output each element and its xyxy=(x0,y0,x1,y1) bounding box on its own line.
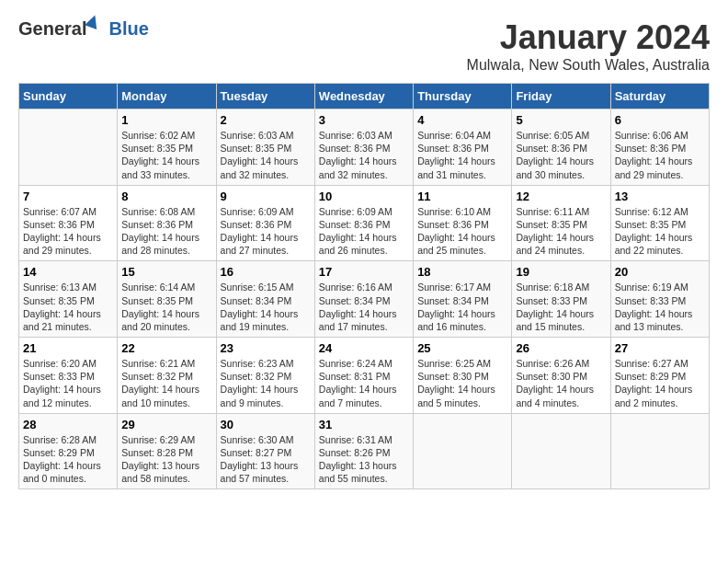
calendar-cell: 21Sunrise: 6:20 AM Sunset: 8:33 PM Dayli… xyxy=(19,338,118,414)
calendar-title: January 2024 xyxy=(467,18,710,57)
calendar-week-row: 7Sunrise: 6:07 AM Sunset: 8:36 PM Daylig… xyxy=(19,185,710,261)
logo-general: General xyxy=(18,18,86,40)
day-info: Sunrise: 6:14 AM Sunset: 8:35 PM Dayligh… xyxy=(121,281,211,333)
day-info: Sunrise: 6:19 AM Sunset: 8:33 PM Dayligh… xyxy=(615,281,705,333)
logo-blue: Blue xyxy=(108,18,148,39)
calendar-cell: 8Sunrise: 6:08 AM Sunset: 8:36 PM Daylig… xyxy=(118,185,216,261)
calendar-cell: 3Sunrise: 6:03 AM Sunset: 8:36 PM Daylig… xyxy=(314,109,413,186)
day-number: 2 xyxy=(221,113,311,127)
day-info: Sunrise: 6:02 AM Sunset: 8:35 PM Dayligh… xyxy=(121,129,211,181)
day-info: Sunrise: 6:03 AM Sunset: 8:36 PM Dayligh… xyxy=(319,129,409,181)
day-number: 23 xyxy=(221,341,311,355)
calendar-cell: 23Sunrise: 6:23 AM Sunset: 8:32 PM Dayli… xyxy=(216,338,314,414)
col-tuesday: Tuesday xyxy=(216,84,314,109)
day-info: Sunrise: 6:27 AM Sunset: 8:29 PM Dayligh… xyxy=(615,357,705,409)
calendar-cell: 22Sunrise: 6:21 AM Sunset: 8:32 PM Dayli… xyxy=(118,338,216,414)
day-info: Sunrise: 6:24 AM Sunset: 8:31 PM Dayligh… xyxy=(319,357,409,409)
calendar-cell: 30Sunrise: 6:30 AM Sunset: 8:27 PM Dayli… xyxy=(216,413,314,489)
calendar-cell xyxy=(610,413,709,489)
calendar-cell: 11Sunrise: 6:10 AM Sunset: 8:36 PM Dayli… xyxy=(414,185,512,261)
day-info: Sunrise: 6:29 AM Sunset: 8:28 PM Dayligh… xyxy=(121,433,211,486)
day-info: Sunrise: 6:17 AM Sunset: 8:34 PM Dayligh… xyxy=(417,281,507,333)
day-number: 15 xyxy=(121,265,211,279)
logo-triangle-icon xyxy=(85,13,102,29)
day-info: Sunrise: 6:05 AM Sunset: 8:36 PM Dayligh… xyxy=(516,129,606,181)
col-thursday: Thursday xyxy=(414,84,512,109)
day-number: 24 xyxy=(319,341,409,355)
title-block: January 2024 Mulwala, New South Wales, A… xyxy=(467,18,710,74)
calendar-cell: 10Sunrise: 6:09 AM Sunset: 8:36 PM Dayli… xyxy=(314,185,413,261)
calendar-week-row: 28Sunrise: 6:28 AM Sunset: 8:29 PM Dayli… xyxy=(19,413,710,489)
calendar-cell: 20Sunrise: 6:19 AM Sunset: 8:33 PM Dayli… xyxy=(610,261,709,338)
day-number: 22 xyxy=(121,341,211,355)
calendar-cell: 28Sunrise: 6:28 AM Sunset: 8:29 PM Dayli… xyxy=(19,413,118,489)
day-number: 8 xyxy=(121,190,211,203)
day-info: Sunrise: 6:30 AM Sunset: 8:27 PM Dayligh… xyxy=(221,433,311,486)
calendar-cell: 12Sunrise: 6:11 AM Sunset: 8:35 PM Dayli… xyxy=(512,185,610,261)
calendar-header: Sunday Monday Tuesday Wednesday Thursday… xyxy=(19,84,710,109)
logo: General Blue xyxy=(18,18,149,40)
calendar-cell: 5Sunrise: 6:05 AM Sunset: 8:36 PM Daylig… xyxy=(512,109,610,186)
day-info: Sunrise: 6:09 AM Sunset: 8:36 PM Dayligh… xyxy=(221,205,311,258)
day-number: 18 xyxy=(417,265,507,279)
day-info: Sunrise: 6:10 AM Sunset: 8:36 PM Dayligh… xyxy=(417,205,507,258)
day-number: 21 xyxy=(23,341,113,355)
day-info: Sunrise: 6:28 AM Sunset: 8:29 PM Dayligh… xyxy=(23,433,113,486)
day-info: Sunrise: 6:26 AM Sunset: 8:30 PM Dayligh… xyxy=(516,357,606,409)
day-info: Sunrise: 6:09 AM Sunset: 8:36 PM Dayligh… xyxy=(319,205,409,258)
calendar-cell: 18Sunrise: 6:17 AM Sunset: 8:34 PM Dayli… xyxy=(414,261,512,338)
calendar-cell: 14Sunrise: 6:13 AM Sunset: 8:35 PM Dayli… xyxy=(19,261,118,338)
calendar-cell xyxy=(512,413,610,489)
calendar-cell: 29Sunrise: 6:29 AM Sunset: 8:28 PM Dayli… xyxy=(118,413,216,489)
day-info: Sunrise: 6:25 AM Sunset: 8:30 PM Dayligh… xyxy=(417,357,507,409)
day-number: 1 xyxy=(121,113,211,127)
day-number: 7 xyxy=(23,190,113,203)
day-number: 28 xyxy=(23,418,113,431)
day-info: Sunrise: 6:07 AM Sunset: 8:36 PM Dayligh… xyxy=(23,205,113,258)
day-number: 5 xyxy=(516,113,606,127)
day-number: 3 xyxy=(319,113,409,127)
day-number: 13 xyxy=(615,190,705,203)
calendar-cell xyxy=(414,413,512,489)
day-info: Sunrise: 6:11 AM Sunset: 8:35 PM Dayligh… xyxy=(516,205,606,258)
calendar-body: 1Sunrise: 6:02 AM Sunset: 8:35 PM Daylig… xyxy=(19,109,710,489)
header-row: Sunday Monday Tuesday Wednesday Thursday… xyxy=(19,84,710,109)
calendar-week-row: 1Sunrise: 6:02 AM Sunset: 8:35 PM Daylig… xyxy=(19,109,710,186)
calendar-cell: 17Sunrise: 6:16 AM Sunset: 8:34 PM Dayli… xyxy=(314,261,413,338)
day-number: 20 xyxy=(615,265,705,279)
calendar-cell: 15Sunrise: 6:14 AM Sunset: 8:35 PM Dayli… xyxy=(118,261,216,338)
calendar-cell: 25Sunrise: 6:25 AM Sunset: 8:30 PM Dayli… xyxy=(414,338,512,414)
day-info: Sunrise: 6:23 AM Sunset: 8:32 PM Dayligh… xyxy=(221,357,311,409)
calendar-week-row: 14Sunrise: 6:13 AM Sunset: 8:35 PM Dayli… xyxy=(19,261,710,338)
calendar-cell: 2Sunrise: 6:03 AM Sunset: 8:35 PM Daylig… xyxy=(216,109,314,186)
day-info: Sunrise: 6:12 AM Sunset: 8:35 PM Dayligh… xyxy=(615,205,705,258)
day-number: 12 xyxy=(516,190,606,203)
day-info: Sunrise: 6:16 AM Sunset: 8:34 PM Dayligh… xyxy=(319,281,409,333)
calendar-week-row: 21Sunrise: 6:20 AM Sunset: 8:33 PM Dayli… xyxy=(19,338,710,414)
day-info: Sunrise: 6:31 AM Sunset: 8:26 PM Dayligh… xyxy=(319,433,409,486)
day-number: 9 xyxy=(221,190,311,203)
calendar-cell: 4Sunrise: 6:04 AM Sunset: 8:36 PM Daylig… xyxy=(414,109,512,186)
calendar-cell: 7Sunrise: 6:07 AM Sunset: 8:36 PM Daylig… xyxy=(19,185,118,261)
day-number: 14 xyxy=(23,265,113,279)
calendar-cell xyxy=(19,109,118,186)
page-header: General Blue January 2024 Mulwala, New S… xyxy=(18,18,710,74)
col-monday: Monday xyxy=(118,84,216,109)
col-saturday: Saturday xyxy=(610,84,709,109)
day-number: 11 xyxy=(417,190,507,203)
calendar-cell: 16Sunrise: 6:15 AM Sunset: 8:34 PM Dayli… xyxy=(216,261,314,338)
calendar-cell: 26Sunrise: 6:26 AM Sunset: 8:30 PM Dayli… xyxy=(512,338,610,414)
calendar-cell: 9Sunrise: 6:09 AM Sunset: 8:36 PM Daylig… xyxy=(216,185,314,261)
calendar-subtitle: Mulwala, New South Wales, Australia xyxy=(467,57,710,74)
calendar-cell: 31Sunrise: 6:31 AM Sunset: 8:26 PM Dayli… xyxy=(314,413,413,489)
day-info: Sunrise: 6:13 AM Sunset: 8:35 PM Dayligh… xyxy=(23,281,113,333)
day-info: Sunrise: 6:15 AM Sunset: 8:34 PM Dayligh… xyxy=(221,281,311,333)
day-info: Sunrise: 6:08 AM Sunset: 8:36 PM Dayligh… xyxy=(121,205,211,258)
day-number: 31 xyxy=(319,418,409,431)
day-number: 4 xyxy=(417,113,507,127)
calendar-cell: 6Sunrise: 6:06 AM Sunset: 8:36 PM Daylig… xyxy=(610,109,709,186)
day-info: Sunrise: 6:04 AM Sunset: 8:36 PM Dayligh… xyxy=(417,129,507,181)
col-wednesday: Wednesday xyxy=(314,84,413,109)
day-number: 17 xyxy=(319,265,409,279)
day-number: 27 xyxy=(615,341,705,355)
